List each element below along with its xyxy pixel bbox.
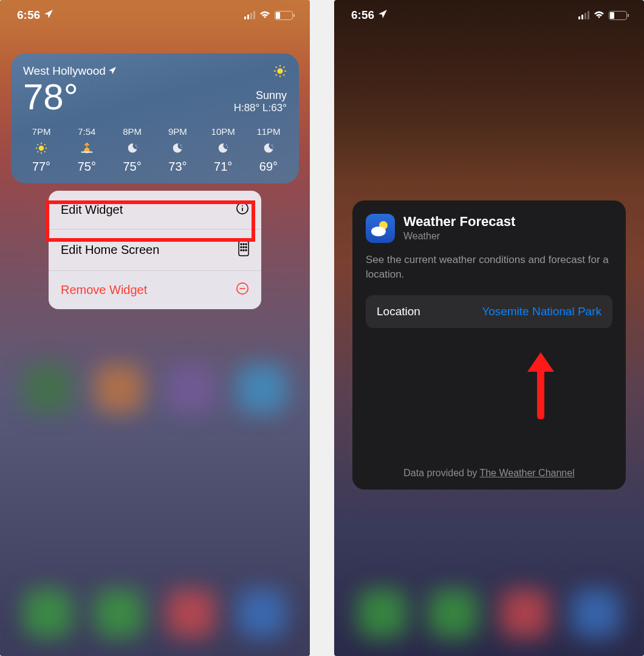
svg-point-9 bbox=[39, 146, 44, 151]
widget-context-menu: Edit Widget Edit Home Screen Remove Widg… bbox=[49, 191, 261, 309]
hour-time: 11PM bbox=[256, 126, 280, 137]
svg-line-16 bbox=[37, 151, 38, 152]
status-time: 6:56 bbox=[351, 9, 374, 22]
cellular-signal-icon bbox=[244, 11, 255, 19]
svg-point-22 bbox=[136, 147, 137, 148]
wifi-icon bbox=[259, 9, 271, 22]
weather-low: L:63° bbox=[262, 102, 287, 114]
svg-point-40 bbox=[243, 250, 244, 251]
svg-point-35 bbox=[245, 244, 247, 245]
screenshot-left: 6:56 West Hollywood bbox=[0, 0, 310, 656]
status-bar: 6:56 bbox=[0, 0, 310, 30]
hour-temp: 75° bbox=[123, 160, 141, 174]
hour-time: 10PM bbox=[211, 126, 235, 137]
svg-point-0 bbox=[277, 68, 283, 73]
svg-line-6 bbox=[284, 75, 285, 76]
svg-line-14 bbox=[37, 144, 38, 145]
hour-time: 7PM bbox=[32, 126, 51, 137]
hour-temp: 71° bbox=[214, 160, 232, 174]
svg-line-17 bbox=[44, 144, 46, 145]
location-setting-value[interactable]: Yosemite National Park bbox=[482, 305, 601, 318]
svg-point-33 bbox=[241, 244, 242, 245]
weather-app-icon bbox=[366, 214, 395, 243]
hour-time: 7:54 bbox=[78, 126, 95, 137]
blurred-home-apps bbox=[0, 364, 310, 413]
svg-line-7 bbox=[276, 75, 277, 76]
svg-point-26 bbox=[227, 147, 228, 148]
minus-circle-icon bbox=[236, 282, 249, 298]
night-icon bbox=[171, 142, 183, 155]
night-icon bbox=[262, 142, 275, 155]
night-icon bbox=[126, 142, 139, 155]
hourly-column: 11PM69° bbox=[250, 126, 287, 174]
svg-point-41 bbox=[245, 250, 247, 251]
weather-condition: Sunny bbox=[234, 89, 287, 102]
svg-line-5 bbox=[276, 67, 277, 68]
menu-label: Edit Home Screen bbox=[61, 243, 159, 257]
weather-current-temp: 78° bbox=[23, 79, 117, 115]
info-icon bbox=[236, 202, 249, 218]
config-subtitle: Weather bbox=[403, 231, 515, 242]
blurred-dock bbox=[334, 589, 644, 638]
sunset-icon bbox=[80, 142, 94, 155]
hour-temp: 73° bbox=[168, 160, 187, 174]
svg-point-27 bbox=[272, 145, 273, 146]
night-icon bbox=[217, 142, 229, 155]
weather-high: H:88° bbox=[234, 102, 260, 114]
hourly-column: 7:5475° bbox=[69, 126, 105, 174]
svg-point-38 bbox=[245, 247, 247, 248]
cellular-signal-icon bbox=[578, 11, 589, 19]
weather-channel-link[interactable]: The Weather Channel bbox=[479, 468, 574, 478]
location-services-icon bbox=[378, 9, 388, 21]
svg-point-31 bbox=[242, 205, 243, 207]
remove-widget-menu-item[interactable]: Remove Widget bbox=[49, 271, 261, 309]
hourly-column: 9PM73° bbox=[159, 126, 196, 174]
config-description: See the current weather conditions and f… bbox=[366, 253, 612, 282]
location-setting-row[interactable]: Location Yosemite National Park bbox=[366, 295, 612, 328]
svg-line-15 bbox=[44, 151, 46, 152]
weather-location: West Hollywood bbox=[23, 64, 106, 78]
widget-config-sheet: Weather Forecast Weather See the current… bbox=[352, 200, 626, 490]
menu-label: Remove Widget bbox=[61, 283, 147, 297]
battery-icon bbox=[609, 11, 627, 20]
hour-temp: 75° bbox=[78, 160, 96, 174]
data-provider-footer: Data provided by The Weather Channel bbox=[366, 468, 612, 479]
svg-point-24 bbox=[182, 147, 182, 148]
svg-point-45 bbox=[371, 227, 386, 236]
svg-point-21 bbox=[135, 145, 137, 146]
hourly-column: 8PM75° bbox=[114, 126, 151, 174]
apps-grid-icon bbox=[238, 241, 249, 259]
hourly-column: 10PM71° bbox=[205, 126, 241, 174]
svg-point-25 bbox=[226, 145, 227, 146]
sun-icon bbox=[234, 64, 287, 81]
svg-point-36 bbox=[241, 247, 242, 248]
screenshot-right: 6:56 Weather Forecast Weather See t bbox=[334, 0, 644, 656]
footer-prefix: Data provided by bbox=[403, 468, 479, 478]
svg-point-37 bbox=[243, 247, 244, 248]
hourly-column: 7PM77° bbox=[23, 126, 60, 174]
svg-line-8 bbox=[284, 67, 285, 68]
sun-icon bbox=[35, 142, 47, 155]
hour-time: 9PM bbox=[168, 126, 187, 137]
blurred-dock bbox=[0, 589, 310, 638]
config-title: Weather Forecast bbox=[403, 214, 515, 230]
battery-icon bbox=[275, 11, 293, 20]
hour-temp: 77° bbox=[32, 160, 50, 174]
wifi-icon bbox=[593, 9, 605, 22]
svg-point-39 bbox=[241, 250, 242, 251]
svg-marker-47 bbox=[527, 352, 554, 372]
svg-point-34 bbox=[243, 244, 244, 245]
menu-label: Edit Widget bbox=[61, 203, 123, 217]
hour-time: 8PM bbox=[123, 126, 142, 137]
edit-home-screen-menu-item[interactable]: Edit Home Screen bbox=[49, 230, 261, 271]
location-arrow-icon bbox=[108, 64, 117, 78]
weather-widget[interactable]: West Hollywood 78° Sunny H:88° L:63° 7PM… bbox=[11, 53, 299, 183]
svg-point-28 bbox=[273, 147, 273, 148]
status-time: 6:56 bbox=[17, 9, 40, 22]
annotation-arrow-icon bbox=[522, 352, 559, 419]
status-bar: 6:56 bbox=[334, 0, 644, 30]
hour-temp: 69° bbox=[259, 160, 278, 174]
edit-widget-menu-item[interactable]: Edit Widget bbox=[49, 191, 261, 230]
svg-point-23 bbox=[180, 145, 182, 146]
location-setting-label: Location bbox=[377, 305, 420, 318]
